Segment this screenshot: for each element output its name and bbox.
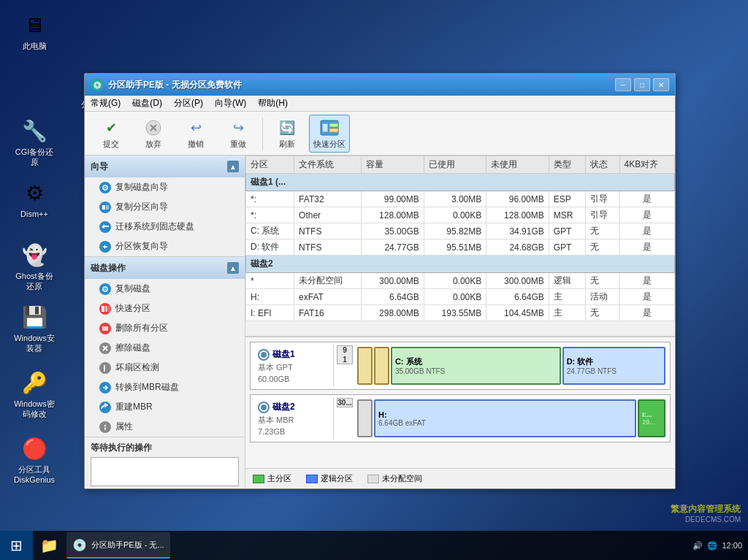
- win-installer-icon: 💾: [20, 302, 49, 331]
- refresh-button[interactable]: 🔄 刷新: [267, 115, 308, 153]
- disk2-visual-name: 磁盘2: [272, 401, 295, 413]
- disk1-part-esp[interactable]: [357, 347, 373, 385]
- discard-button[interactable]: 放弃: [133, 115, 174, 153]
- desktop-icon-this-pc[interactable]: 🖥 此电脑: [9, 7, 60, 54]
- svg-rect-18: [108, 306, 110, 312]
- svg-rect-3: [329, 123, 338, 127]
- maximize-button[interactable]: □: [634, 78, 650, 91]
- minimize-button[interactable]: ─: [615, 78, 631, 91]
- copy-partition-icon: [99, 202, 111, 213]
- ghost-icon: 👻: [20, 240, 49, 269]
- menu-bar: 常规(G) 磁盘(D) 分区(P) 向导(W) 帮助(H): [85, 96, 675, 112]
- sidebar-item-copy-disk2[interactable]: 复制磁盘: [85, 279, 245, 299]
- disk1-part-d[interactable]: D: 软件 24.77GB NTFS: [562, 347, 665, 385]
- disk1-num2: 1: [343, 356, 347, 364]
- table-row[interactable]: H: exFAT 6.64GB 0.00KB 6.64GB 主 活动 是: [246, 289, 675, 305]
- desktop-icon-win-installer[interactable]: 💾 Windows安装器: [9, 299, 60, 357]
- svg-point-14: [104, 288, 106, 290]
- desktop-icon-ghost[interactable]: 👻 Ghost备份还原: [9, 237, 60, 295]
- sidebar-item-copy-disk[interactable]: 复制磁盘向导: [85, 177, 245, 197]
- menu-help[interactable]: 帮助(H): [252, 96, 294, 112]
- refresh-label: 刷新: [279, 139, 295, 149]
- menu-disk[interactable]: 磁盘(D): [126, 96, 168, 112]
- partition-table-area: 分区 文件系统 容量 已使用 未使用 类型 状态 4KB对齐 磁盘1: [245, 156, 675, 337]
- menu-wizard[interactable]: 向导(W): [209, 96, 252, 112]
- disk2-part-unalloc[interactable]: [357, 399, 373, 437]
- cgi-icon: 🔧: [20, 116, 49, 145]
- desktop-icon-cgi[interactable]: 🔧 CGI备份还原: [9, 113, 60, 171]
- discard-label: 放弃: [145, 139, 161, 149]
- sidebar-item-copy-partition[interactable]: 复制分区向导: [85, 197, 245, 217]
- svg-point-7: [104, 187, 106, 188]
- disk2-part-i[interactable]: I:... 29...: [638, 399, 665, 437]
- sidebar-item-properties[interactable]: 属性: [85, 417, 245, 437]
- disk1-part-msr[interactable]: [374, 347, 389, 385]
- properties-label: 属性: [115, 421, 133, 433]
- svg-rect-16: [102, 306, 104, 312]
- network-icon[interactable]: 🌐: [707, 541, 717, 551]
- wipe-disk-icon: [99, 342, 111, 354]
- sidebar-item-convert-mbr[interactable]: 转换到MBR磁盘: [85, 377, 245, 397]
- sidebar-wizard-collapse[interactable]: ▲: [227, 161, 239, 172]
- table-row[interactable]: *: Other 128.00MB 0.00KB 128.00MB MSR 引导…: [246, 207, 675, 223]
- disk1-num1: 9: [343, 346, 347, 354]
- restore-partition-icon: [99, 241, 111, 253]
- disk2-visual-icon: [258, 402, 270, 413]
- start-button[interactable]: ⊞: [0, 531, 33, 560]
- menu-general[interactable]: 常规(G): [85, 96, 126, 112]
- win-password-icon: 🔑: [20, 368, 49, 397]
- desktop-icon-diskgenius[interactable]: 🔴 分区工具DiskGenius: [9, 431, 60, 488]
- sidebar-item-migrate-ssd[interactable]: 迁移系统到固态硬盘: [85, 217, 245, 237]
- legend-unallocated-box: [367, 475, 379, 483]
- sidebar-wizard-header[interactable]: 向导 ▲: [85, 156, 245, 177]
- diskgenius-label: 分区工具DiskGenius: [12, 464, 57, 486]
- legend-bar: 主分区 逻辑分区 未分配空间: [245, 468, 675, 488]
- table-row[interactable]: D: 软件 NTFS 24.77GB 95.51MB 24.68GB GPT 无…: [246, 239, 675, 256]
- quick-partition-button[interactable]: 快速分区: [309, 115, 350, 153]
- partition-assistant-taskbar[interactable]: 💿 分区助手PE版 - 无...: [66, 532, 170, 559]
- legend-logical-label: 逻辑分区: [321, 473, 353, 484]
- file-explorer-button[interactable]: 📁: [34, 532, 64, 559]
- disk1-part-c[interactable]: C: 系统 35.00GB NTFS: [391, 347, 561, 385]
- disk2-partitions: H: 6.64GB exFAT I:... 29...: [356, 398, 667, 439]
- cgi-label: CGI备份还原: [12, 147, 57, 168]
- desktop-icon-win-password[interactable]: 🔑 Windows密码修改: [9, 365, 60, 423]
- menu-partition[interactable]: 分区(P): [168, 96, 209, 112]
- col-4kb: 4KB对齐: [619, 156, 674, 174]
- disk2-visual: 磁盘2 基本 MBR 7.23GB 30... H: 6.: [250, 394, 671, 442]
- redo-button[interactable]: ↪ 重做: [218, 115, 259, 153]
- svg-rect-17: [105, 306, 107, 312]
- dism-icon: ⚙: [20, 178, 49, 207]
- table-row[interactable]: *: FAT32 99.00MB 3.00MB 96.00MB ESP 引导 是: [246, 191, 675, 207]
- sidebar-disk-ops-header[interactable]: 磁盘操作 ▲: [85, 257, 245, 279]
- sidebar-disk-ops-collapse[interactable]: ▲: [227, 262, 239, 274]
- sidebar-item-bad-sector[interactable]: 坏扇区检测: [85, 358, 245, 377]
- windows-logo-icon: ⊞: [10, 537, 23, 554]
- desktop-icon-dism[interactable]: ⚙ Dism++: [9, 175, 60, 222]
- col-unused: 未使用: [486, 156, 549, 174]
- col-partition: 分区: [246, 156, 294, 174]
- table-row[interactable]: C: 系统 NTFS 35.00GB 95.82MB 34.91GB GPT 无…: [246, 223, 675, 239]
- main-window: 💿 分区助手PE版 - 无损分区免费软件 ─ □ ✕ 常规(G) 磁盘(D) 分…: [84, 73, 676, 489]
- quick-part-label: 快速分区: [115, 302, 150, 315]
- sidebar-item-wipe-disk[interactable]: 擦除磁盘: [85, 338, 245, 358]
- taskbar-app-icon: 💿: [72, 538, 87, 552]
- sidebar-item-delete-all[interactable]: 删除所有分区: [85, 318, 245, 338]
- svg-rect-4: [329, 129, 338, 132]
- sidebar-item-rebuild-mbr[interactable]: 重建MBR: [85, 397, 245, 417]
- sidebar-item-restore-partition[interactable]: 分区恢复向导: [85, 237, 245, 256]
- title-bar-icon: 💿: [91, 78, 104, 91]
- disk1-part-c-name: C: 系统: [395, 356, 557, 367]
- volume-icon[interactable]: 🔊: [692, 541, 703, 551]
- pending-label: 等待执行的操作: [91, 442, 239, 454]
- submit-button[interactable]: ✔ 提交: [91, 115, 131, 153]
- disk2-num3: 30...: [337, 399, 351, 407]
- copy-disk2-label: 复制磁盘: [115, 283, 150, 295]
- table-row[interactable]: * 未分配空间 300.00MB 0.00KB 300.00MB 逻辑 无 是: [246, 273, 675, 289]
- disk2-part-h[interactable]: H: 6.64GB exFAT: [374, 399, 636, 437]
- table-row[interactable]: I: EFI FAT16 298.00MB 193.55MB 104.45MB …: [246, 305, 675, 321]
- sidebar-item-quick-part[interactable]: 快速分区: [85, 299, 245, 318]
- undo-button[interactable]: ↩ 撤销: [175, 115, 216, 153]
- close-button[interactable]: ✕: [653, 78, 669, 91]
- col-status: 状态: [585, 156, 619, 174]
